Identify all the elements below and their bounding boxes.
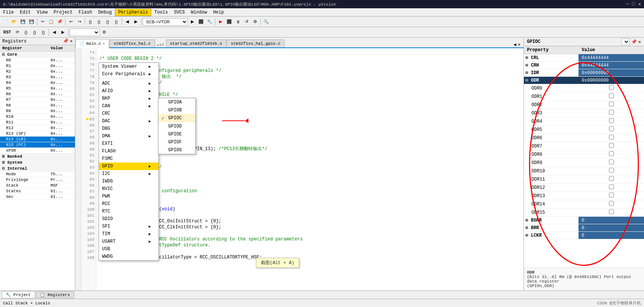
menu-pwr[interactable]: PWR [99,193,158,200]
list-item[interactable]: ODR1 [524,93,644,101]
odr3-check[interactable] [609,110,614,115]
list-item[interactable]: ODR3 [524,109,644,117]
table-row[interactable]: R110x... [0,120,75,125]
step-out[interactable]: {} [30,28,39,36]
menu-window[interactable]: Window [188,9,210,16]
list-item[interactable]: ⊞ CRL 0x44444444 [524,54,644,62]
braces4-btn[interactable]: {} [112,18,120,26]
tab-hal[interactable]: stm32f1xx_hal.c [110,40,155,47]
cfg-btn1[interactable]: ⚙ [100,28,108,36]
gpioc-close[interactable]: ✕ [638,39,641,45]
step-in[interactable]: {} [22,28,30,36]
window-controls[interactable]: ─ □ ✕ [626,1,641,7]
list-item[interactable]: ODR8 [524,150,644,159]
arrow-left[interactable]: ◀ [50,28,58,36]
menu-fsmc[interactable]: FSMC [99,155,158,163]
table-row[interactable]: R40x... [0,80,75,86]
list-item[interactable]: ODR0 [524,84,644,93]
gpio-gpioa[interactable]: GPIOA [158,98,195,106]
table-row[interactable]: xPSR0x... [0,148,75,154]
debug-run[interactable]: ▶ [216,18,225,26]
reg-group-internal[interactable]: ⊟ Internal [0,166,75,172]
menu-rtc[interactable]: RTC [99,208,158,215]
right-btn[interactable]: ▶ [132,18,140,26]
close-btn[interactable]: ✕ [638,1,641,7]
cut-btn[interactable]: ✂ [38,18,47,26]
menu-tools[interactable]: Tools [151,9,171,16]
table-row[interactable]: R30x... [0,74,75,80]
odr10-check[interactable] [609,168,614,173]
table-row[interactable]: R100x... [0,114,75,120]
odr13-check[interactable] [609,193,614,198]
table-row[interactable]: R70x... [0,97,75,103]
odr8-check[interactable] [609,151,614,156]
target-btn3[interactable]: 🔧 [206,18,214,26]
menu-view[interactable]: View [34,9,51,16]
menu-crc[interactable]: CRC [99,110,158,117]
save-btn[interactable]: 💾 [19,18,27,26]
debug-misc[interactable]: ⚙ [251,18,259,26]
menu-iwdg[interactable]: IWDG [99,178,158,185]
menu-i2c[interactable]: I2C▶ [99,170,158,178]
odr6-check[interactable] [609,135,614,140]
list-item[interactable]: ⊞ BSRR 0 [524,217,644,224]
open-btn[interactable]: 📂 [10,18,18,26]
copy-btn[interactable]: 📋 [47,18,55,26]
redo-btn[interactable]: ↪ [75,18,84,26]
tab-main-c[interactable]: 📄 main.c ✕ [75,39,109,48]
screenshot-tooltip[interactable]: 截图(Alt + A) [256,258,299,268]
arrow-right[interactable]: ▶ [59,28,67,36]
table-row[interactable]: Sec61... [0,194,75,200]
target-btn1[interactable]: ▶ [188,18,196,26]
menu-spi[interactable]: SPI▶ [99,223,158,230]
braces2-btn[interactable]: {} [95,18,103,26]
list-item[interactable]: ODR10 [524,167,644,175]
list-item[interactable]: ODR15 [524,208,644,217]
menu-flash[interactable]: Flash [76,9,95,16]
table-row[interactable]: States61... [0,188,75,194]
gpio-gpiog[interactable]: GPIOG [158,146,195,154]
tab-close-main[interactable]: ✕ [103,41,105,46]
table-row[interactable]: R00x... [0,58,75,63]
table-row[interactable]: ModeTh... [0,172,75,177]
list-item[interactable]: ODR2 [524,101,644,109]
left-btn[interactable]: ◀ [123,18,131,26]
odr4-check[interactable] [609,118,614,123]
menu-edit[interactable]: Edit [17,9,34,16]
menu-rcc[interactable]: RCC [99,200,158,208]
menu-wwdg[interactable]: WWDG [99,253,158,260]
table-row[interactable]: R80x... [0,103,75,108]
menu-sdio[interactable]: SDIO [99,215,158,223]
list-item[interactable]: ODR7 [524,142,644,150]
registers-close[interactable]: ✕ [70,38,73,44]
list-item[interactable]: ODR13 [524,192,644,200]
gpio-gpiod[interactable]: GPIOD [158,122,195,130]
reg-group-core[interactable]: ⊟ Core [0,52,75,58]
menu-dbg[interactable]: DBG [99,125,158,132]
close-editor-btn[interactable]: ✕ [518,42,521,47]
list-item[interactable]: ODR5 [524,126,644,134]
menu-tim[interactable]: TIM▶ [99,230,158,238]
target-btn2[interactable]: ⬛ [197,18,205,26]
list-item[interactable]: ODR9 [524,159,644,167]
odr1-check[interactable] [609,93,614,98]
gpio-gpiof[interactable]: GPIOF [158,138,195,146]
registers-pin[interactable]: 📌 [63,38,69,44]
menu-usb[interactable]: USB [99,245,158,253]
list-item[interactable]: ODR6 [524,134,644,142]
reg-group-system[interactable]: ⊞ System [0,160,75,166]
menu-system-viewer[interactable]: System Viewer ▶ [99,63,158,70]
table-row[interactable]: R10x... [0,63,75,69]
menu-debug[interactable]: Debug [95,9,115,16]
menu-afio[interactable]: AFIO▶ [99,87,158,95]
list-item[interactable]: ODR11 [524,175,644,184]
debug-reset[interactable]: ↺ [242,18,251,26]
odr5-check[interactable] [609,126,614,131]
list-item[interactable]: ⊞ LCKR 0 [524,232,644,239]
gpio-gpiob[interactable]: GPIOB [158,106,195,114]
table-row[interactable]: PrivilegePr... [0,177,75,183]
odr0-check[interactable] [609,85,614,90]
tab-project[interactable]: 🔧 Project [2,291,35,298]
paste-btn[interactable]: 📌 [56,18,64,26]
menu-flash[interactable]: FLASH [99,147,158,155]
